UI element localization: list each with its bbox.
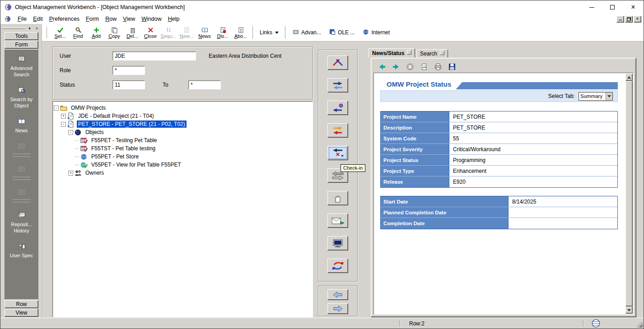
arrow-left-icon — [331, 291, 345, 299]
tree-node-owners[interactable]: + Owners — [54, 169, 312, 177]
exit-bar-grip[interactable] — [2, 28, 25, 29]
disabled-item-icon — [18, 166, 26, 175]
exit-bar-items: Advanced Search Search by Object News — [5, 50, 38, 299]
exit-bar-close-icon[interactable]: × — [34, 26, 40, 31]
menu-file[interactable]: File — [14, 15, 30, 23]
tree-node-objects[interactable]: - Objects — [54, 128, 312, 136]
design-button[interactable] — [327, 236, 348, 250]
combo-dropdown-button[interactable] — [606, 93, 612, 100]
select-button[interactable]: Sel... — [51, 24, 69, 41]
mdi-restore-button[interactable] — [625, 16, 633, 23]
save-object-button[interactable] — [327, 213, 348, 228]
get-object-button[interactable] — [327, 191, 348, 205]
next-button[interactable] — [327, 303, 348, 314]
dispatch-button[interactable]: Dis... — [214, 24, 232, 41]
status-to-input[interactable] — [188, 80, 221, 89]
add-button[interactable]: Add — [87, 24, 105, 41]
advance-project-button[interactable] — [327, 78, 348, 93]
checkout-icon — [330, 148, 345, 158]
repository-history-icon — [18, 212, 26, 220]
previous-button[interactable] — [327, 289, 348, 300]
environment-text: Eastern Area Distribution Cent — [209, 53, 281, 59]
menu-row[interactable]: Row — [102, 15, 120, 23]
tree-node-p55pet[interactable]: P55PET - Pet Store — [54, 153, 312, 161]
links-dropdown[interactable]: Links — [256, 26, 282, 39]
scroll-down-button[interactable] — [625, 306, 633, 314]
sidebar-item-search-by-object[interactable]: Search by Object — [5, 87, 38, 109]
sidebar-item-repository-history[interactable]: Reposit... History — [5, 212, 38, 234]
resize-grip[interactable] — [637, 322, 643, 328]
minimize-button[interactable] — [581, 0, 602, 14]
save-button[interactable] — [447, 62, 457, 71]
back-button[interactable] — [377, 62, 387, 71]
row-button[interactable]: Row — [5, 300, 38, 308]
news-button[interactable]: News — [196, 24, 214, 41]
close-form-button[interactable]: Close — [141, 24, 159, 41]
mdi-minimize-button[interactable] — [616, 16, 624, 23]
copy-button[interactable]: Copy — [105, 24, 123, 41]
about-icon — [238, 27, 244, 33]
chevron-down-icon[interactable]: ▾ — [27, 26, 33, 31]
transfer-object-button[interactable] — [327, 101, 348, 115]
menu-edit[interactable]: Edit — [30, 15, 46, 23]
checkout-button[interactable] — [327, 146, 348, 160]
scrollbar-thumb[interactable] — [625, 81, 633, 306]
tree-expander[interactable]: + — [61, 114, 66, 119]
find-button[interactable]: Find — [69, 24, 87, 41]
remove-object-button[interactable] — [327, 56, 348, 70]
view-button[interactable]: View — [5, 309, 38, 317]
tree-node-v55pet[interactable]: V55PET - View for Pet Table F55PET — [54, 161, 312, 169]
tree-node-jde-project[interactable]: + JDE - Default Project (21 - T04) — [54, 112, 312, 120]
user-input[interactable] — [112, 51, 196, 60]
delete-button[interactable]: Del... — [123, 24, 141, 41]
chevron-down-icon — [607, 95, 611, 97]
tree-expander[interactable]: - — [61, 122, 66, 127]
stop-button[interactable] — [405, 62, 415, 71]
tab-handle[interactable] — [407, 50, 411, 55]
mdi-close-button[interactable]: × — [634, 16, 641, 23]
folder-icon — [60, 104, 68, 111]
menu-window[interactable]: Window — [138, 15, 164, 23]
forward-arrow-icon — [392, 63, 400, 70]
close-button[interactable]: × — [623, 0, 644, 14]
toolbar-grip[interactable] — [46, 27, 47, 38]
status-from-input[interactable] — [112, 80, 145, 89]
maximize-button[interactable] — [602, 0, 623, 14]
tree-node-pet-store-project[interactable]: - PET_STORE - PET_STORE (21 - P02, T02) — [54, 120, 312, 128]
menu-help[interactable]: Help — [165, 15, 183, 23]
tree-node-f55tst[interactable]: F55TST - Pet Table testing — [54, 144, 312, 153]
summary-select[interactable]: Summary — [579, 92, 613, 101]
tab-search[interactable]: Search — [416, 49, 448, 58]
internet-button[interactable]: Internet — [359, 26, 394, 39]
undo-checkout-button[interactable] — [327, 123, 348, 138]
menu-preferences[interactable]: Preferences — [46, 15, 83, 23]
project-dates-table: Start Date8/14/2025 Planned Completion D… — [380, 196, 618, 229]
advanced-button[interactable]: Advan... — [289, 26, 325, 39]
copy-icon — [111, 27, 118, 33]
tab-news-status[interactable]: News/Status — [369, 48, 415, 58]
refresh-button[interactable] — [419, 62, 429, 71]
objects-icon — [75, 129, 82, 136]
form-button[interactable]: Form — [5, 41, 38, 49]
scroll-up-button[interactable] — [625, 74, 633, 81]
print-button[interactable] — [433, 62, 443, 71]
tree-node-omw-projects[interactable]: - OMW Projects — [54, 104, 312, 112]
sidebar-item-user-spec[interactable]: User Spec — [5, 243, 38, 259]
tree-expander[interactable]: - — [54, 106, 59, 111]
about-button[interactable]: Abo... — [232, 24, 250, 41]
menu-view[interactable]: View — [120, 15, 138, 23]
sidebar-item-news[interactable]: News — [5, 118, 38, 134]
tree-expander[interactable]: + — [68, 171, 73, 176]
sidebar-item-advanced-search[interactable]: Advanced Search — [5, 56, 38, 78]
restore-object-button[interactable] — [327, 259, 348, 273]
role-input[interactable] — [112, 66, 145, 75]
news-icon — [18, 118, 26, 127]
tab-handle[interactable] — [440, 51, 444, 55]
forward-button[interactable] — [391, 62, 401, 71]
menu-form[interactable]: Form — [83, 15, 102, 23]
tree-expander[interactable]: - — [68, 130, 73, 135]
ole-button[interactable]: OLE ... — [325, 26, 359, 39]
tree-node-f55pet[interactable]: F55PET - Testing Pet Table — [54, 136, 312, 144]
vertical-scrollbar[interactable] — [625, 74, 633, 314]
tools-button[interactable]: Tools — [5, 32, 38, 40]
